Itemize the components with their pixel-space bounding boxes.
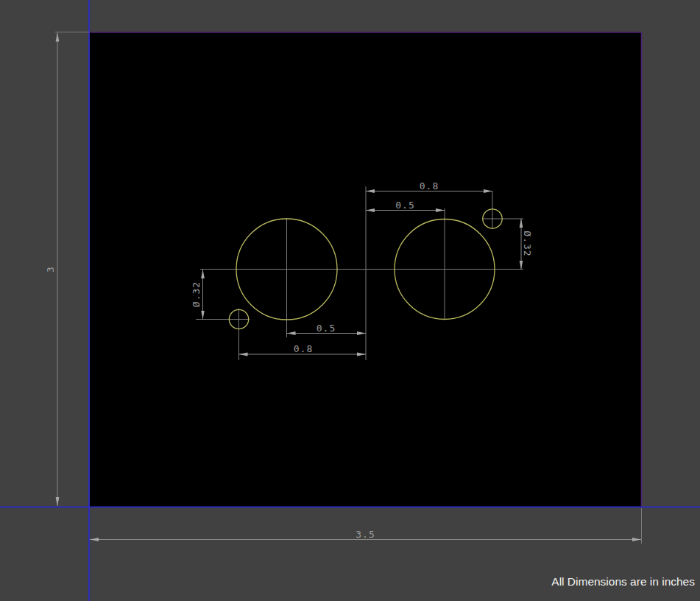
dim-label-top-inner: 0.5	[395, 200, 414, 211]
dim-label-bottom-inner: 0.5	[317, 323, 336, 334]
units-note: All Dimensions are in inches	[551, 575, 695, 588]
dim-label-plate-width: 3.5	[356, 529, 375, 540]
dim-label-plate-height: 3	[45, 266, 56, 273]
dim-label-top-outer: 0.8	[420, 180, 439, 191]
cad-canvas: 0.8 0.5 Ø.32 Ø.32 0.5 0.8 3 3.5	[0, 0, 700, 601]
dim-label-left-offset: Ø.32	[191, 281, 202, 307]
dim-label-bottom-outer: 0.8	[294, 343, 313, 354]
cad-drawing-view: 0.8 0.5 Ø.32 Ø.32 0.5 0.8 3 3.5 All Dime…	[0, 0, 700, 601]
dim-label-right-offset: Ø.32	[522, 231, 533, 256]
